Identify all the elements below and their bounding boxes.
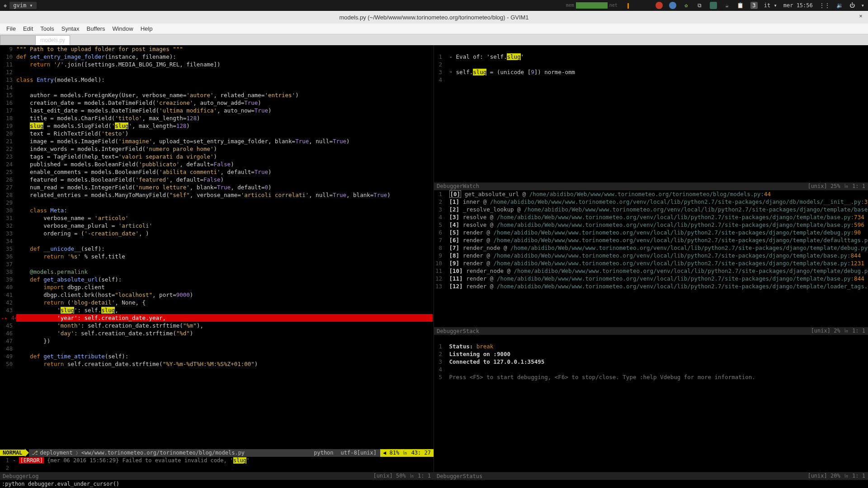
branch-name: deployment: [40, 450, 72, 456]
encoding: utf-8[unix]: [337, 450, 380, 456]
cursor-pos: 43: 27: [411, 450, 431, 456]
command-line[interactable]: :python debugger.eval_under_cursor(): [0, 480, 868, 488]
tray-chrome-icon[interactable]: [669, 2, 676, 9]
file-path: <ww/www.torinometeo.org/torinometeo/blog…: [81, 450, 245, 456]
tray-caffeine-icon[interactable]: ☕: [723, 2, 731, 9]
window-close-button[interactable]: ×: [857, 13, 864, 19]
tray-clipboard-icon[interactable]: 📋: [737, 2, 744, 9]
tray-wifi-icon[interactable]: ⋮⋮: [819, 2, 830, 9]
window-titlebar[interactable]: models.py (~/Web/www/www.torinometeo.org…: [0, 11, 868, 23]
statusline: NORMAL ⎇ deployment ❯ <ww/www.torinomete…: [0, 449, 434, 457]
message-line-2: 2: [0, 465, 434, 472]
menu-buffers[interactable]: Buffers: [83, 25, 108, 32]
debugger-pane: 1 - Eval of: 'self.slug' 2 3 ◦ self.slug…: [434, 45, 868, 480]
debugger-log-status: DebuggerLog[unix] 50% ㏑ 1: 1: [0, 472, 434, 480]
menu-window[interactable]: Window: [108, 25, 137, 32]
tray-clock[interactable]: mer 15:56: [783, 2, 813, 9]
tray-app-icon[interactable]: [710, 2, 717, 9]
editor-area: 9""" Path to the upload folder for post …: [0, 45, 868, 480]
tray-sync-icon[interactable]: ✿: [683, 2, 690, 9]
taskbar-app[interactable]: gvim ▾: [9, 2, 36, 9]
eval-buffer[interactable]: 1 - Eval of: 'self.slug' 2 3 ◦ self.slug…: [434, 45, 868, 183]
os-taskbar: ◆ gvim ▾ memnet ✿ ⧉ ☕ 📋 3 it ▾ mer 15:56…: [0, 0, 868, 11]
code-pane: 9""" Path to the upload folder for post …: [0, 45, 434, 480]
tab-0[interactable]: [No Name]: [0, 35, 36, 45]
tray-dropbox-icon[interactable]: ⧉: [696, 2, 703, 9]
activities-icon[interactable]: ◆: [4, 2, 7, 9]
tray-power-icon[interactable]: ⏻: [849, 2, 855, 9]
code-buffer[interactable]: 9""" Path to the upload folder for post …: [0, 45, 434, 449]
tabbar: [No Name]models.py: [0, 34, 868, 45]
tab-1[interactable]: models.py: [35, 35, 70, 45]
scroll-pct: 81%: [390, 450, 400, 456]
window-title: models.py (~/Web/www/www.torinometeo.org…: [339, 14, 528, 21]
debugger-watch[interactable]: 1 [0] get_absolute_url @ /home/abidibo/W…: [434, 190, 868, 328]
debugger-watch-status: DebuggerWatch[unix] 25% ㏑ 1: 1: [434, 183, 868, 190]
branch-icon: ⎇: [29, 450, 40, 456]
menu-help[interactable]: Help: [137, 25, 156, 32]
filetype: python: [310, 450, 337, 456]
menu-tools[interactable]: Tools: [37, 25, 57, 32]
command-text: :python debugger.eval_under_cursor(): [2, 481, 119, 487]
tray-workspace-icon[interactable]: 3: [750, 2, 758, 9]
error-badge: [ERROR]: [19, 457, 44, 464]
menu-syntax[interactable]: Syntax: [58, 25, 83, 32]
tray-lang[interactable]: it ▾: [764, 2, 777, 9]
debugger-stack-status: DebuggerStack[unix] 2% ㏑ 1: 1: [434, 327, 868, 335]
menu-file[interactable]: File: [3, 25, 19, 32]
tray-menu-icon[interactable]: ▾: [861, 2, 864, 9]
debugger-stack[interactable]: 1 Status: break 2 Listening on :9000 3 C…: [434, 335, 868, 472]
tray-volume-icon[interactable]: 🔉: [836, 2, 843, 9]
taskbar-monitors: memnet: [566, 2, 637, 9]
menu-edit[interactable]: Edit: [19, 25, 37, 32]
menubar: FileEditToolsSyntaxBuffersWindowHelp: [0, 23, 868, 34]
mode-indicator: NORMAL: [0, 450, 25, 456]
message-line: 1- [ERROR] {mer 06 2016 15:56:29} Failed…: [0, 457, 434, 465]
tray-record-icon[interactable]: [656, 2, 663, 9]
debugger-status-status: DebuggerStatus[unix] 20% ㏑ 1: 1: [434, 472, 868, 480]
